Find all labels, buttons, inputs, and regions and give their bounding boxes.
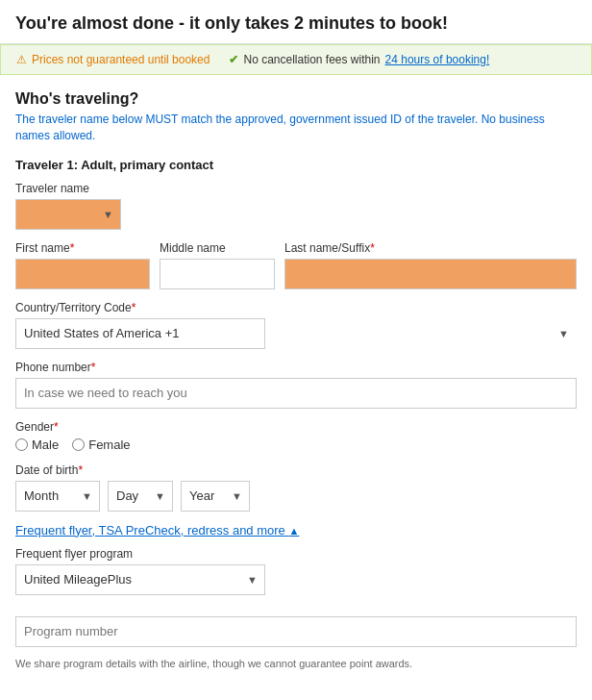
dob-field: Date of birth* Month JanuaryFebruaryMarc… (15, 463, 577, 512)
last-name-field: Last name/Suffix* (284, 241, 577, 289)
first-name-required: * (70, 241, 75, 255)
phone-field: Phone number* (15, 361, 577, 409)
ff-program-field: Frequent flyer program United MileagePlu… (15, 547, 577, 595)
ff-program-label: Frequent flyer program (15, 547, 577, 561)
first-name-input[interactable] (15, 259, 150, 289)
last-name-input[interactable] (284, 259, 577, 289)
section-desc-text: The traveler name below MUST match the a… (15, 112, 545, 142)
traveler-name-field: Traveler name Mr. Ms. Mrs. Dr. ▼ (15, 182, 577, 230)
phone-input[interactable] (15, 378, 577, 409)
page-title: You're almost done - it only takes 2 min… (15, 13, 577, 34)
title-select-wrapper: Mr. Ms. Mrs. Dr. ▼ (15, 199, 121, 230)
middle-name-label: Middle name (160, 241, 275, 255)
day-select-wrap: Day 12345 678910 1112131415 1617181920 2… (108, 481, 173, 512)
year-select-wrap: Year 2024202320222010 2000199019801970 1… (181, 481, 250, 512)
info-bar: ⚠ Prices not guaranteed until booked ✔ N… (0, 44, 592, 75)
main-content: Who's traveling? The traveler name below… (0, 75, 592, 690)
gender-field: Gender* Male Female (15, 420, 577, 452)
section-title: Who's traveling? (15, 90, 577, 108)
frequent-flyer-section: Frequent flyer, TSA PreCheck, redress an… (15, 523, 577, 671)
traveler-name-label: Traveler name (15, 182, 577, 195)
gender-options: Male Female (15, 438, 577, 452)
dob-required: * (78, 463, 83, 477)
month-select-wrap: Month JanuaryFebruaryMarch AprilMayJune … (15, 481, 100, 512)
no-cancel-notice: ✔ No cancellation fees within 24 hours o… (229, 53, 489, 66)
country-select-wrapper: United States of America +1 Canada +1 Un… (15, 318, 577, 349)
phone-label: Phone number* (15, 361, 577, 374)
gender-required: * (54, 420, 59, 434)
prices-notice: ⚠ Prices not guaranteed until booked (16, 53, 210, 66)
ff-select-wrapper: United MileagePlus Delta SkyMiles Americ… (15, 564, 265, 595)
dob-row: Month JanuaryFebruaryMarch AprilMayJune … (15, 481, 577, 512)
dob-label: Date of birth* (15, 463, 577, 477)
gender-female-radio[interactable] (72, 438, 85, 451)
country-required: * (132, 301, 136, 314)
header-bar: You're almost done - it only takes 2 min… (0, 0, 592, 44)
middle-name-input[interactable] (160, 259, 275, 289)
country-field: Country/Territory Code* United States of… (15, 301, 577, 349)
phone-required: * (91, 361, 96, 374)
year-select[interactable]: Year 2024202320222010 2000199019801970 1… (181, 481, 250, 512)
country-select[interactable]: United States of America +1 Canada +1 Un… (15, 318, 265, 349)
gender-male-label: Male (32, 438, 59, 452)
gender-label: Gender* (15, 420, 577, 434)
gender-male-radio[interactable] (15, 438, 28, 451)
last-name-required: * (370, 241, 375, 255)
day-select[interactable]: Day 12345 678910 1112131415 1617181920 2… (108, 481, 173, 512)
middle-name-field: Middle name (160, 241, 275, 289)
gender-female-label: Female (88, 438, 130, 452)
check-icon: ✔ (229, 53, 238, 66)
name-fields-row: First name* Middle name Last name/Suffix… (15, 241, 577, 289)
traveler-label: Traveler 1: Adult, primary contact (15, 158, 577, 172)
first-name-label: First name* (15, 241, 150, 255)
warning-icon: ⚠ (16, 53, 27, 66)
country-chevron-icon: ▼ (558, 328, 569, 339)
country-label: Country/Territory Code* (15, 301, 577, 314)
collapse-icon: ▲ (288, 525, 299, 537)
section-desc: The traveler name below MUST match the a… (15, 112, 577, 144)
last-name-label: Last name/Suffix* (284, 241, 577, 255)
ff-program-select[interactable]: United MileagePlus Delta SkyMiles Americ… (15, 564, 265, 595)
no-cancel-link[interactable]: 24 hours of booking! (385, 53, 490, 66)
first-name-field: First name* (15, 241, 150, 289)
title-select[interactable]: Mr. Ms. Mrs. Dr. (15, 199, 121, 230)
program-number-input[interactable] (15, 616, 577, 647)
share-note: We share program details with the airlin… (15, 657, 577, 671)
frequent-flyer-link[interactable]: Frequent flyer, TSA PreCheck, redress an… (15, 523, 299, 538)
whos-traveling-section: Who's traveling? The traveler name below… (15, 90, 577, 144)
month-select[interactable]: Month JanuaryFebruaryMarch AprilMayJune … (15, 481, 100, 512)
gender-male-option[interactable]: Male (15, 438, 59, 452)
gender-female-option[interactable]: Female (72, 438, 130, 452)
